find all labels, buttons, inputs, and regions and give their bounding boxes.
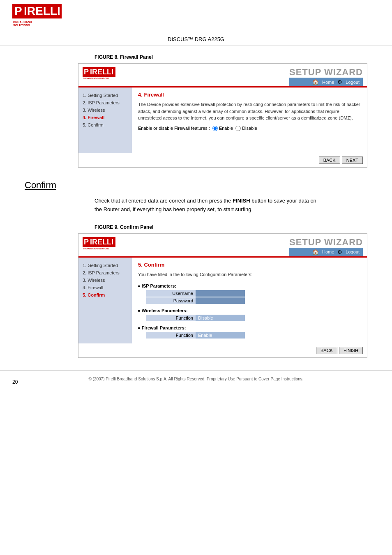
next-button[interactable]: NEXT bbox=[342, 157, 363, 164]
figure9-label: FIGURE 9. Confirm Panel bbox=[95, 224, 380, 230]
sidebar-item-getting-started[interactable]: 1. Getting Started bbox=[82, 92, 129, 99]
firewall-description: The Device provides extensive firewall p… bbox=[138, 101, 361, 122]
firewall-options-row: Enable or disable Firewall features : En… bbox=[138, 126, 361, 131]
enable-radio[interactable] bbox=[212, 126, 218, 131]
username-value bbox=[196, 290, 245, 297]
confirm-panel-title-area: SETUP WIZARD 🏠 Home ⚙ Logout bbox=[289, 237, 363, 256]
confirm-setup-wizard-title: SETUP WIZARD bbox=[289, 237, 363, 248]
svg-text:P: P bbox=[84, 68, 89, 76]
sidebar-item-confirm[interactable]: 5. Confirm bbox=[82, 121, 129, 129]
confirm-panel-nav-bar[interactable]: 🏠 Home ⚙ Logout bbox=[289, 248, 363, 256]
panel-header: P IRELLI BROADBAND SOLUTIONS SETUP WIZAR… bbox=[78, 64, 367, 88]
firewall-function-label: Function bbox=[146, 332, 196, 339]
pirelli-logo: P IRELLI BROADBAND SOLUTIONS bbox=[12, 4, 62, 27]
home-icon: 🏠 bbox=[312, 79, 319, 85]
wireless-section-header: ■ Wireless Parameters: bbox=[138, 306, 361, 314]
finish-button[interactable]: FINISH bbox=[339, 347, 363, 354]
figure8-label: FIGURE 8. Firewall Panel bbox=[95, 54, 380, 60]
back-button[interactable]: BACK bbox=[319, 157, 340, 164]
panel-title-area: SETUP WIZARD 🏠 Home ⚙ Logout bbox=[289, 67, 363, 86]
confirm-sidebar-firewall[interactable]: 4. Firewall bbox=[82, 284, 129, 291]
enable-radio-label[interactable]: Enable bbox=[212, 126, 233, 131]
confirm-home-icon: 🏠 bbox=[312, 249, 319, 255]
username-label: Username bbox=[146, 290, 196, 297]
svg-text:BROADBAND SOLUTIONS: BROADBAND SOLUTIONS bbox=[83, 77, 109, 80]
password-value bbox=[196, 297, 245, 304]
page-title: DISCUS™ DRG A225G bbox=[0, 31, 392, 46]
panel-pirelli-logo: P IRELLI BROADBAND SOLUTIONS bbox=[83, 67, 115, 81]
gear-icon: ⚙ bbox=[337, 79, 342, 85]
svg-text:BROADBAND: BROADBAND bbox=[13, 21, 32, 23]
confirm-section-title: 5. Confirm bbox=[138, 262, 361, 268]
firewall-function-value: Enable bbox=[196, 332, 245, 339]
confirm-panel-logo: P IRELLI BROADBAND SOLUTIONS bbox=[83, 237, 115, 251]
panel-body: 1. Getting Started 2. ISP Parameters 3. … bbox=[78, 88, 367, 153]
confirm-main-content: 5. Confirm You have filled in the follow… bbox=[132, 258, 367, 344]
password-label: Password bbox=[146, 297, 196, 304]
confirm-sidebar-wireless[interactable]: 3. Wireless bbox=[82, 276, 129, 284]
disable-radio-label[interactable]: Disable bbox=[235, 126, 257, 131]
panel-main-content: 4. Firewall The Device provides extensiv… bbox=[132, 88, 367, 153]
wireless-function-value: Disable bbox=[196, 315, 245, 321]
logout-link[interactable]: Logout bbox=[346, 80, 360, 85]
firewall-function-row: Function Enable bbox=[146, 332, 361, 339]
svg-text:IRELLI: IRELLI bbox=[90, 68, 113, 76]
confirm-back-button[interactable]: BACK bbox=[316, 347, 337, 354]
confirm-heading: Confirm bbox=[25, 180, 380, 191]
confirm-panel-header: P IRELLI BROADBAND SOLUTIONS SETUP WIZAR… bbox=[78, 234, 367, 258]
isp-section-header: ■ ISP Parameters: bbox=[138, 282, 361, 289]
svg-text:P: P bbox=[84, 238, 89, 246]
panel-nav-bar[interactable]: 🏠 Home ⚙ Logout bbox=[289, 78, 363, 86]
svg-text:IRELLI: IRELLI bbox=[90, 238, 113, 246]
panel-buttons: BACK NEXT bbox=[78, 153, 367, 167]
svg-text:SOLUTIONS: SOLUTIONS bbox=[13, 24, 30, 27]
confirm-sidebar-isp[interactable]: 2. ISP Parameters bbox=[82, 269, 129, 276]
confirm-home-link[interactable]: Home bbox=[322, 249, 334, 254]
confirm-logout-link[interactable]: Logout bbox=[346, 249, 360, 254]
confirm-sidebar-confirm[interactable]: 5. Confirm bbox=[82, 291, 129, 299]
svg-text:P: P bbox=[14, 5, 22, 17]
sidebar-item-wireless[interactable]: 3. Wireless bbox=[82, 106, 129, 114]
wireless-function-row: Function Disable bbox=[146, 315, 361, 321]
firewall-section-header: ■ Firewall Parameters: bbox=[138, 324, 361, 331]
wireless-function-label: Function bbox=[146, 315, 196, 321]
isp-parameters-section: ■ ISP Parameters: Username Password bbox=[138, 282, 361, 304]
wireless-parameters-section: ■ Wireless Parameters: Function Disable bbox=[138, 306, 361, 321]
confirm-panel-description: You have filled in the following Configu… bbox=[138, 271, 361, 278]
sidebar-item-isp[interactable]: 2. ISP Parameters bbox=[82, 99, 129, 106]
confirm-panel-body: 1. Getting Started 2. ISP Parameters 3. … bbox=[78, 258, 367, 344]
confirm-gear-icon: ⚙ bbox=[337, 249, 342, 255]
password-row: Password bbox=[146, 297, 361, 304]
setup-wizard-title: SETUP WIZARD bbox=[289, 67, 363, 78]
sidebar-item-firewall[interactable]: 4. Firewall bbox=[82, 114, 129, 121]
confirm-panel-sidebar: 1. Getting Started 2. ISP Parameters 3. … bbox=[78, 258, 132, 344]
page-header: P IRELLI BROADBAND SOLUTIONS bbox=[0, 0, 392, 31]
panel-sidebar: 1. Getting Started 2. ISP Parameters 3. … bbox=[78, 88, 132, 153]
firewall-section-title: 4. Firewall bbox=[138, 92, 361, 98]
home-link[interactable]: Home bbox=[322, 80, 334, 85]
main-content: FIGURE 8. Firewall Panel P IRELLI BROADB… bbox=[0, 54, 392, 358]
firewall-panel: P IRELLI BROADBAND SOLUTIONS SETUP WIZAR… bbox=[78, 63, 367, 168]
confirm-sidebar-getting-started[interactable]: 1. Getting Started bbox=[82, 262, 129, 269]
svg-text:IRELLI: IRELLI bbox=[24, 5, 60, 17]
confirm-panel-buttons: BACK FINISH bbox=[78, 343, 367, 357]
confirm-description: Check that all entered data are correct … bbox=[95, 197, 325, 214]
page-number: 20 bbox=[12, 379, 392, 389]
confirm-panel: P IRELLI BROADBAND SOLUTIONS SETUP WIZAR… bbox=[78, 233, 367, 358]
firewall-parameters-section: ■ Firewall Parameters: Function Enable bbox=[138, 324, 361, 339]
disable-radio[interactable] bbox=[235, 126, 241, 131]
svg-text:BROADBAND SOLUTIONS: BROADBAND SOLUTIONS bbox=[83, 247, 109, 250]
username-row: Username bbox=[146, 290, 361, 297]
